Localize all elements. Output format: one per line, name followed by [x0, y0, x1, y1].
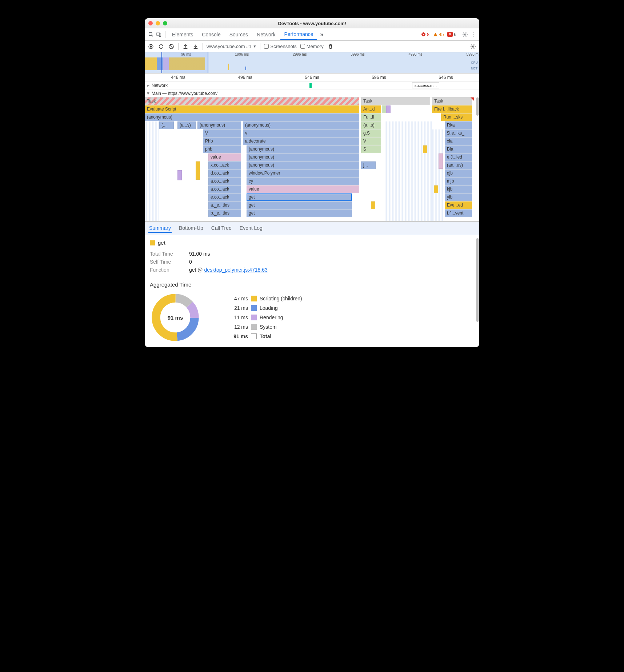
main-track-header[interactable]: ▶ Main — https://www.youtube.com/	[145, 89, 479, 97]
tab-console[interactable]: Console	[198, 29, 224, 40]
tab-network[interactable]: Network	[253, 29, 279, 40]
stop-icon[interactable]	[168, 43, 175, 50]
tab-event-log[interactable]: Event Log	[239, 224, 263, 233]
flame-entry[interactable]: a._e...ties	[208, 201, 241, 209]
flame-entry[interactable]: value	[247, 185, 359, 193]
flame-entry[interactable]: b._e...ties	[208, 209, 241, 217]
flame-entry[interactable]	[423, 145, 427, 153]
record-icon[interactable]	[148, 43, 154, 50]
settings-icon[interactable]	[462, 31, 468, 38]
critical-badge[interactable]: ✕6	[447, 32, 456, 37]
minimize-icon[interactable]	[156, 21, 160, 25]
flame-entry[interactable]: Bla	[445, 145, 472, 153]
tab-summary[interactable]: Summary	[148, 224, 172, 233]
flame-entry[interactable]: kjb	[445, 185, 472, 193]
flame-entry[interactable]: a.decorate	[243, 137, 359, 145]
flame-entry[interactable]	[196, 161, 200, 180]
flame-entry[interactable]: (an...us)	[445, 161, 472, 169]
flame-entry[interactable]: Fu...ll	[361, 113, 381, 121]
flame-entry[interactable]: j...	[361, 161, 376, 169]
flame-entry[interactable]: Run ...sks	[441, 113, 472, 121]
flame-entry[interactable]: An...d	[361, 105, 381, 113]
inspect-icon[interactable]	[148, 31, 154, 38]
memory-checkbox[interactable]: Memory	[300, 44, 324, 49]
flame-entry[interactable]	[434, 185, 438, 193]
overview-selection[interactable]	[161, 52, 208, 73]
flame-task[interactable]: Task	[145, 97, 359, 105]
flame-entry[interactable]: (a...s)	[361, 121, 381, 129]
flame-entry[interactable]: (anonymous)	[247, 153, 359, 161]
flame-entry[interactable]: value	[208, 153, 241, 161]
flame-anonymous[interactable]: (anonymous)	[145, 113, 359, 121]
flame-entry[interactable]: (anonymous)	[247, 145, 359, 153]
scrollbar[interactable]	[476, 97, 479, 116]
flame-entry[interactable]: a.co...ack	[208, 185, 241, 193]
flame-entry[interactable]: Eve...ed	[445, 201, 472, 209]
flame-entry[interactable]: S	[361, 145, 381, 153]
flame-entry[interactable]: e.J...led	[445, 153, 472, 161]
kebab-icon[interactable]: ⋮	[470, 31, 476, 38]
tab-elements[interactable]: Elements	[168, 29, 197, 40]
tab-bottom-up[interactable]: Bottom-Up	[178, 224, 204, 233]
network-event[interactable]	[309, 83, 312, 88]
timeline-overview[interactable]: 96 ms1996 ms 2996 ms3996 ms 4996 ms5996 …	[145, 52, 479, 73]
flame-entry[interactable]: (a...s)	[177, 121, 196, 129]
warning-badge[interactable]: 45	[433, 32, 444, 37]
flame-entry[interactable]	[439, 153, 443, 169]
flame-entry[interactable]	[371, 201, 375, 209]
flame-ruler[interactable]: 446 ms 496 ms 546 ms 596 ms 646 ms	[145, 73, 479, 81]
expand-icon[interactable]: ▶	[147, 84, 149, 87]
tab-call-tree[interactable]: Call Tree	[211, 224, 232, 233]
flame-entry[interactable]: phb	[203, 145, 241, 153]
download-icon[interactable]	[192, 43, 199, 50]
flame-entry[interactable]: f.fi...vent	[445, 209, 472, 217]
flame-entry[interactable]: yib	[445, 193, 472, 201]
flame-entry[interactable]: $i.e...ks_	[445, 129, 472, 137]
screenshots-checkbox[interactable]: Screenshots	[264, 44, 296, 49]
flame-entry[interactable]	[382, 105, 386, 113]
flame-entry[interactable]: Fire I...llback	[432, 105, 472, 113]
flame-entry[interactable]: Rka	[445, 121, 472, 129]
close-icon[interactable]	[148, 21, 153, 25]
flame-task[interactable]: Task	[361, 97, 430, 105]
upload-icon[interactable]	[182, 43, 189, 50]
flame-entry[interactable]: e.co...ack	[208, 193, 241, 201]
flame-entry[interactable]: Phb	[203, 137, 241, 145]
error-badge[interactable]: 8	[421, 32, 429, 37]
flame-entry[interactable]: d.co...ack	[208, 169, 241, 177]
flame-entry[interactable]: (anonymous)	[197, 121, 241, 129]
flame-chart[interactable]: Task Evaluate Script (anonymous) (... (a…	[145, 97, 479, 221]
flame-entry[interactable]: cy	[247, 177, 359, 185]
flame-entry[interactable]: V	[361, 137, 381, 145]
flame-entry[interactable]: v	[243, 129, 359, 137]
tab-sources[interactable]: Sources	[226, 29, 252, 40]
more-tabs-icon[interactable]: »	[319, 31, 325, 38]
flame-entry[interactable]	[177, 170, 182, 180]
flame-task[interactable]: Task	[432, 97, 472, 105]
flame-entry[interactable]: g.S	[361, 129, 381, 137]
collapse-icon[interactable]: ▶	[147, 92, 150, 95]
flame-entry[interactable]: (...	[159, 121, 174, 129]
scrollbar[interactable]	[476, 238, 479, 322]
flame-entry[interactable]: qjb	[445, 169, 472, 177]
gc-icon[interactable]	[327, 43, 334, 50]
flame-entry[interactable]: V	[203, 129, 241, 137]
flame-selected-get[interactable]: get	[247, 193, 352, 201]
reload-icon[interactable]	[158, 43, 164, 50]
capture-settings-icon[interactable]	[470, 43, 476, 50]
flame-entry[interactable]: x.co...ack	[208, 161, 241, 169]
flame-entry[interactable]	[386, 105, 391, 113]
flame-entry[interactable]: (anonymous)	[243, 121, 359, 129]
network-resource-chip[interactable]: success.m...	[412, 83, 439, 88]
network-track-header[interactable]: ▶ Network success.m...	[145, 81, 479, 89]
flame-entry[interactable]: xla	[445, 137, 472, 145]
flame-entry[interactable]: window.Polymer	[247, 169, 359, 177]
flame-entry[interactable]: get	[247, 201, 352, 209]
profile-select[interactable]: www.youtube.com #1▼	[207, 44, 256, 49]
flame-entry[interactable]: (anonymous)	[247, 161, 359, 169]
flame-entry[interactable]: get	[247, 209, 352, 217]
tab-performance[interactable]: Performance	[280, 29, 317, 40]
zoom-icon[interactable]	[163, 21, 167, 25]
function-source-link[interactable]: desktop_polymer.js:4718:63	[204, 267, 267, 273]
flame-evaluate-script[interactable]: Evaluate Script	[145, 105, 359, 113]
